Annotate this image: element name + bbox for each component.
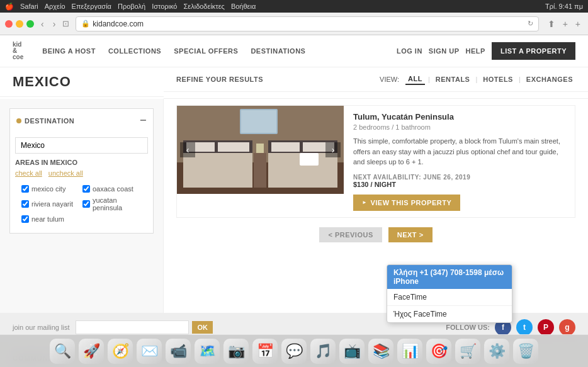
nav-being-a-host[interactable]: BEING A HOST xyxy=(42,47,96,55)
svg-rect-17 xyxy=(241,110,276,133)
next-image-button[interactable]: › xyxy=(325,142,341,157)
dock-books[interactable]: 📚 xyxy=(368,339,393,364)
tab-rentals[interactable]: RENTALS xyxy=(433,74,473,84)
dock-maps[interactable]: 🗺️ xyxy=(195,339,220,364)
minimize-window-button[interactable] xyxy=(16,20,23,28)
property-info: Tulum, Yucatán Peninsula 2 bedrooms / 1 … xyxy=(344,106,575,217)
tab-exchanges[interactable]: EXCHANGES xyxy=(524,74,575,84)
help-link[interactable]: HELP xyxy=(466,47,485,55)
view-property-button[interactable]: VIEW THIS PROPERTY xyxy=(353,195,460,211)
follow-label: FOLLOW US: xyxy=(446,324,490,331)
back-button[interactable]: ‹ xyxy=(38,18,47,30)
checkbox-riviera-nayarit[interactable]: riviera nayarit xyxy=(21,196,81,212)
dock-numbers[interactable]: 📊 xyxy=(397,339,422,364)
destination-dot xyxy=(16,118,21,123)
phone-popup: Κλήση +1 (347) 708-1598 μέσω iPhone Face… xyxy=(387,264,512,323)
checkbox-mexico-city[interactable]: mexico city xyxy=(21,185,81,193)
file-menu[interactable]: Αρχείο xyxy=(45,3,65,11)
dock-appstore[interactable]: 🛒 xyxy=(455,339,480,364)
address-bar[interactable]: 🔒 kidandcoe.com ↻ xyxy=(76,16,538,31)
url-text: kidandcoe.com xyxy=(93,20,144,28)
show-all-tabs-button[interactable]: ⊡ xyxy=(62,19,69,28)
next-page-button[interactable]: NEXT > xyxy=(388,227,433,242)
sign-up-link[interactable]: SIGN UP xyxy=(429,47,460,55)
forward-button[interactable]: › xyxy=(50,18,59,30)
view-menu[interactable]: Προβολή xyxy=(118,3,145,11)
dock-safari[interactable]: 🧭 xyxy=(108,339,133,364)
popup-header: Κλήση +1 (347) 708-1598 μέσω iPhone xyxy=(387,265,512,289)
dock-finder[interactable]: 🔍 xyxy=(50,339,75,364)
email-input[interactable] xyxy=(76,320,189,334)
property-image: ‹ › xyxy=(177,106,344,194)
pinterest-icon[interactable]: P xyxy=(538,319,554,336)
svg-rect-14 xyxy=(254,153,266,188)
property-description: This simple, comfortable property, a blo… xyxy=(353,136,565,167)
previous-page-button[interactable]: < PREVIOUS xyxy=(319,227,382,242)
dock: 🔍 🚀 🧭 ✉️ 📹 🗺️ 📷 📅 💬 🎵 📺 📚 📊 🎯 🛒 ⚙️ 🗑️ xyxy=(0,334,588,367)
tab-all[interactable]: ALL xyxy=(405,74,425,85)
ok-button[interactable]: OK xyxy=(192,321,213,334)
refresh-icon[interactable]: ↻ xyxy=(528,20,533,28)
tab-hotels[interactable]: HOTELS xyxy=(480,74,516,84)
property-price: $130 / NIGHT xyxy=(353,181,565,188)
popup-facetime-video[interactable]: FaceTime xyxy=(387,289,512,306)
checkbox-yucatan-peninsula[interactable]: yucatan peninsula xyxy=(82,196,142,212)
nav-collections[interactable]: COLLECTIONS xyxy=(108,47,161,55)
site-header: kid&coe BEING A HOST COLLECTIONS SPECIAL… xyxy=(0,35,588,67)
help-menu[interactable]: Βοήθεια xyxy=(231,3,256,11)
destination-section: DESTINATION − AREAS IN MEXICO check all … xyxy=(9,108,154,234)
dock-settings[interactable]: ⚙️ xyxy=(484,339,509,364)
apple-menu[interactable]: 🍎 xyxy=(5,3,14,11)
svg-rect-6 xyxy=(218,142,249,152)
results-area: ‹ › Tulum, Yucatán Peninsula 2 bedrooms … xyxy=(164,99,588,313)
destination-header: DESTINATION − xyxy=(10,109,153,132)
dock-itunes[interactable]: 🎵 xyxy=(310,339,336,364)
edit-menu[interactable]: Επεξεργασία xyxy=(72,3,111,11)
system-time: Τρί. 9:41 πμ xyxy=(545,3,583,10)
destination-label: DESTINATION xyxy=(25,117,74,125)
site-logo[interactable]: kid&coe xyxy=(13,42,23,60)
property-beds: 2 bedrooms / 1 bathroom xyxy=(353,123,565,131)
bookmark-button[interactable]: + xyxy=(560,18,570,30)
collapse-icon[interactable]: − xyxy=(140,114,147,127)
uncheck-all-link[interactable]: uncheck all xyxy=(48,169,83,177)
checkbox-near-tulum[interactable]: near tulum xyxy=(21,215,81,223)
dock-keynote[interactable]: 🎯 xyxy=(426,339,451,364)
property-photo xyxy=(177,106,344,194)
prev-image-button[interactable]: ‹ xyxy=(180,142,195,157)
dock-tv[interactable]: 📺 xyxy=(339,339,365,364)
share-button[interactable]: ⬆ xyxy=(545,18,558,30)
list-property-button[interactable]: LIST A PROPERTY xyxy=(492,42,575,60)
main-content: MEXICO REFINE YOUR RESULTS VIEW: ALL | R… xyxy=(0,67,588,99)
check-all-link[interactable]: check all xyxy=(15,169,42,177)
property-card: ‹ › Tulum, Yucatán Peninsula 2 bedrooms … xyxy=(176,105,575,218)
pagination: < PREVIOUS NEXT > xyxy=(176,227,575,242)
google-plus-icon[interactable]: g xyxy=(559,319,575,336)
filter-tabs: ALL | RENTALS | HOTELS | EXCHANGES xyxy=(405,74,575,85)
checkbox-oaxaca-coast[interactable]: oaxaca coast xyxy=(82,185,142,193)
dock-photos[interactable]: 📷 xyxy=(223,339,249,364)
secure-icon: 🔒 xyxy=(81,20,90,28)
twitter-icon[interactable]: t xyxy=(516,319,533,336)
dock-calendar[interactable]: 📅 xyxy=(252,339,278,364)
new-tab-button[interactable]: + xyxy=(573,18,583,30)
main-navigation: BEING A HOST COLLECTIONS SPECIAL OFFERS … xyxy=(42,47,397,55)
nav-actions: LOG IN SIGN UP HELP LIST A PROPERTY xyxy=(397,42,575,60)
svg-rect-13 xyxy=(300,153,319,166)
destination-search-input[interactable] xyxy=(15,137,148,154)
dock-mail[interactable]: ✉️ xyxy=(137,339,162,364)
log-in-link[interactable]: LOG IN xyxy=(397,47,422,55)
maximize-window-button[interactable] xyxy=(26,20,34,28)
popup-facetime-audio[interactable]: Ήχος FaceTime xyxy=(387,306,512,322)
history-menu[interactable]: Ιστορικό xyxy=(152,3,177,11)
dock-launchpad[interactable]: 🚀 xyxy=(79,339,104,364)
nav-special-offers[interactable]: SPECIAL OFFERS xyxy=(174,47,238,55)
safari-menu[interactable]: Safari xyxy=(20,3,38,11)
dock-trash[interactable]: 🗑️ xyxy=(513,339,538,364)
dock-facetime[interactable]: 📹 xyxy=(166,339,191,364)
close-window-button[interactable] xyxy=(5,20,13,28)
bookmarks-menu[interactable]: Σελιδοδείκτες xyxy=(183,3,224,11)
nav-destinations[interactable]: DESTINATIONS xyxy=(251,47,305,55)
dock-messages[interactable]: 💬 xyxy=(281,339,307,364)
availability-label: NEXT AVAILABILITY: JUNE 26, 2019 xyxy=(353,174,565,181)
